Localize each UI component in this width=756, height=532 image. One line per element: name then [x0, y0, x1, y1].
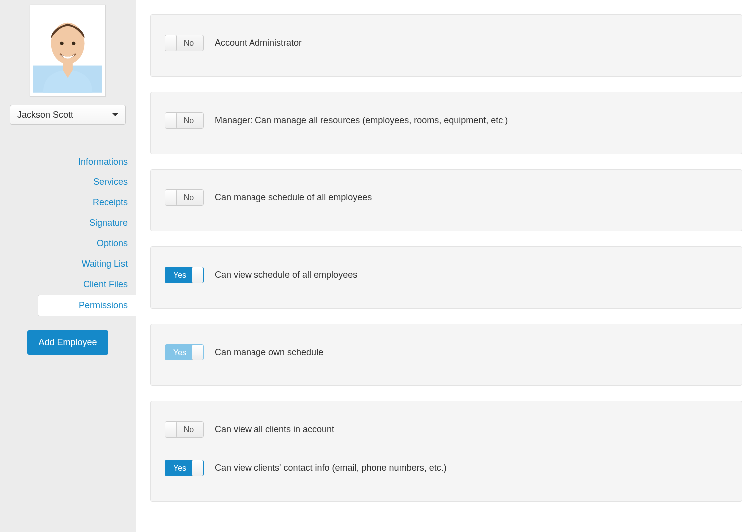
nav-item-options[interactable]: Options — [0, 233, 128, 254]
perm-row-view-all-clients: No Can view all clients in account — [165, 421, 728, 438]
nav-item-waiting-list[interactable]: Waiting List — [0, 254, 128, 274]
toggle-manage-all-schedules[interactable]: No — [165, 189, 204, 206]
main-panel: No Account Administrator No Manager: Can… — [136, 0, 756, 532]
nav-item-permissions[interactable]: Permissions — [38, 295, 136, 316]
toggle-handle — [165, 421, 177, 438]
employee-select-value: Jackson Scott — [17, 110, 73, 120]
perm-group-view-all-schedules: Yes Can view schedule of all employees — [150, 246, 742, 309]
sidebar: Jackson Scott Informations Services Rece… — [0, 0, 136, 532]
perm-label: Can manage own schedule — [215, 347, 323, 357]
toggle-handle — [192, 267, 204, 283]
nav-item-informations[interactable]: Informations — [0, 152, 128, 172]
perm-row-account-admin: No Account Administrator — [165, 35, 728, 51]
perm-label: Account Administrator — [215, 38, 302, 48]
toggle-manage-own-schedule: Yes — [165, 344, 204, 360]
nav-item-signature[interactable]: Signature — [0, 213, 128, 233]
toggle-handle — [165, 112, 177, 129]
avatar — [30, 5, 106, 97]
svg-point-4 — [72, 42, 75, 45]
toggle-handle — [165, 189, 177, 206]
toggle-view-all-clients[interactable]: No — [165, 421, 204, 438]
add-employee-button[interactable]: Add Employee — [27, 330, 108, 355]
toggle-account-admin[interactable]: No — [165, 35, 204, 51]
perm-row-view-client-contact: Yes Can view clients' contact info (emai… — [165, 460, 728, 476]
perm-group-clients: No Can view all clients in account Yes C… — [150, 401, 742, 502]
toggle-handle — [192, 344, 204, 360]
perm-row-view-all-schedules: Yes Can view schedule of all employees — [165, 267, 728, 283]
toggle-handle — [192, 460, 204, 476]
toggle-handle — [165, 35, 177, 51]
perm-label: Can manage schedule of all employees — [215, 192, 372, 203]
svg-point-3 — [60, 42, 64, 45]
toggle-view-client-contact[interactable]: Yes — [165, 460, 204, 476]
sidebar-nav: Informations Services Receipts Signature… — [0, 152, 136, 316]
avatar-photo — [33, 8, 102, 93]
nav-item-receipts[interactable]: Receipts — [0, 192, 128, 213]
perm-group-manage-own-schedule: Yes Can manage own schedule — [150, 324, 742, 386]
nav-item-services[interactable]: Services — [0, 172, 128, 192]
perm-group-manager: No Manager: Can manage all resources (em… — [150, 92, 742, 154]
toggle-manager[interactable]: No — [165, 112, 204, 129]
nav-item-client-files[interactable]: Client Files — [0, 274, 128, 295]
employee-select[interactable]: Jackson Scott — [10, 105, 126, 125]
perm-row-manager: No Manager: Can manage all resources (em… — [165, 112, 728, 129]
perm-row-manage-all-schedules: No Can manage schedule of all employees — [165, 189, 728, 206]
toggle-view-all-schedules[interactable]: Yes — [165, 267, 204, 283]
perm-group-manage-all-schedules: No Can manage schedule of all employees — [150, 169, 742, 231]
perm-row-manage-own-schedule: Yes Can manage own schedule — [165, 344, 728, 360]
perm-label: Can view clients' contact info (email, p… — [215, 463, 447, 473]
perm-label: Can view all clients in account — [215, 424, 334, 435]
perm-group-admin: No Account Administrator — [150, 14, 742, 77]
perm-label: Can view schedule of all employees — [215, 270, 357, 280]
caret-down-icon — [112, 113, 118, 116]
perm-label: Manager: Can manage all resources (emplo… — [215, 115, 508, 126]
